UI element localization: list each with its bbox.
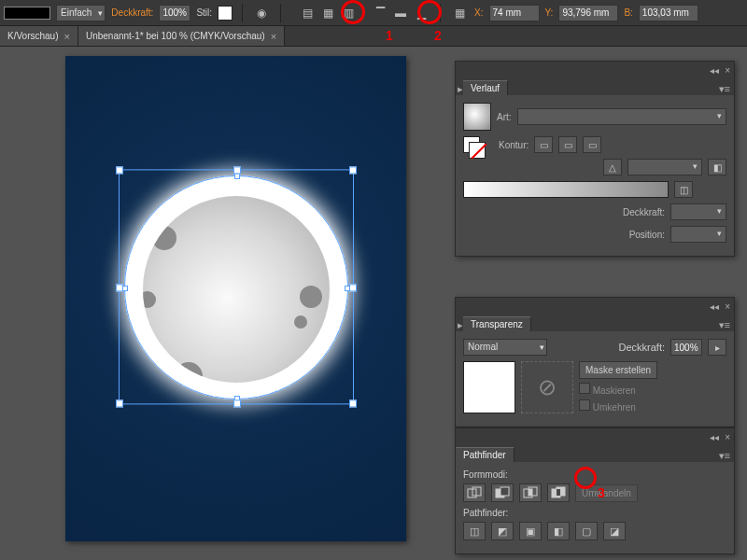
selection-handle[interactable]: [116, 284, 123, 291]
pathfinder-ops-label: Pathfinder:: [463, 508, 726, 518]
blend-mode-dropdown[interactable]: Normal: [463, 339, 547, 356]
panel-menu-icon[interactable]: ▾≡: [715, 83, 734, 95]
panel-close-icon[interactable]: ×: [725, 432, 730, 442]
transform-icon[interactable]: ▦: [450, 4, 469, 22]
pathfinder-merge-icon[interactable]: ▣: [519, 522, 542, 540]
artboard[interactable]: [65, 56, 406, 541]
selection-handle[interactable]: [349, 166, 357, 174]
opacity-input[interactable]: [159, 5, 190, 21]
selection-handle[interactable]: [116, 166, 123, 174]
pathfinder-crop-icon[interactable]: ◧: [547, 522, 570, 540]
stroke-option-2[interactable]: ▭: [558, 136, 577, 153]
mask-thumbnail-empty[interactable]: ⊘: [521, 361, 573, 413]
aspect-icon[interactable]: ◧: [708, 159, 726, 175]
angle-icon[interactable]: △: [603, 159, 622, 175]
selection-handle[interactable]: [349, 399, 357, 407]
document-tabs: K/Vorschau) × Unbenannt-1* bei 100 % (CM…: [0, 26, 747, 47]
clip-checkbox[interactable]: [579, 383, 590, 394]
pathfinder-minusfront-icon[interactable]: [491, 483, 514, 502]
panel-collapse-icon[interactable]: ◂◂: [710, 301, 719, 312]
style-label: Stil:: [196, 7, 212, 18]
tab-2[interactable]: Unbenannt-1* bei 100 % (CMYK/Vorschau) ×: [78, 26, 285, 46]
align-top-icon[interactable]: ▔: [371, 4, 389, 22]
panel-controls: ◂◂ ×: [456, 62, 734, 78]
stroke-preview[interactable]: [4, 7, 50, 20]
w-label: B:: [624, 7, 632, 18]
gradient-type-dropdown[interactable]: [517, 108, 726, 125]
align-left-icon[interactable]: ▤: [298, 4, 317, 22]
tab-2-close-icon[interactable]: ×: [271, 31, 276, 42]
align-right-icon[interactable]: ▥: [339, 4, 358, 22]
selection-handle[interactable]: [116, 399, 123, 407]
panel-menu-icon[interactable]: ▾≡: [715, 450, 734, 462]
pathfinder-unite-icon[interactable]: [463, 483, 486, 502]
selection-handle[interactable]: [233, 166, 241, 174]
style-swatch[interactable]: [218, 6, 233, 21]
pathfinder-outline-icon[interactable]: ▢: [575, 522, 598, 540]
tab-1[interactable]: K/Vorschau) ×: [0, 26, 78, 46]
stop-opacity-dropdown[interactable]: [670, 203, 726, 220]
pathfinder-exclude-icon[interactable]: [547, 483, 570, 502]
opacity-flyout-icon[interactable]: ▸: [708, 339, 726, 356]
transparency-tab[interactable]: Transparenz: [463, 316, 531, 331]
tab-1-label: K/Vorschau): [7, 31, 58, 41]
object-thumbnail[interactable]: [463, 361, 515, 413]
transparency-panel: ◂◂× ▸ Transparenz ▾≡ Normal Deckkraft: ▸…: [455, 297, 735, 427]
gradient-reverse-icon[interactable]: ◫: [674, 181, 693, 198]
pathfinder-divide-icon[interactable]: ◫: [463, 522, 486, 540]
opacity-label: Deckkraft:: [618, 342, 665, 353]
canvas-workspace[interactable]: [0, 47, 439, 560]
invert-checkbox-row: Umkehren: [579, 399, 657, 413]
stroke-option-3[interactable]: ▭: [583, 136, 601, 153]
align-vcenter-icon[interactable]: ▬: [391, 4, 410, 22]
pathfinder-tab[interactable]: Pathfinder: [456, 447, 514, 462]
pathfinder-minusback-icon[interactable]: ◪: [603, 522, 626, 540]
pathfinder-trim-icon[interactable]: ◩: [491, 522, 514, 540]
gradient-preview[interactable]: [463, 103, 491, 131]
x-input[interactable]: [489, 5, 540, 21]
shapemodes-label: Formmodi:: [463, 469, 726, 480]
pathfinder-panel: ◂◂× Pathfinder ▾≡ Formmodi: Umwandeln Pa…: [455, 427, 735, 554]
panel-close-icon[interactable]: ×: [725, 301, 730, 312]
stop-position-dropdown[interactable]: [670, 226, 726, 243]
selection-bounding-box: [119, 169, 354, 404]
svg-rect-3: [500, 487, 509, 496]
selection-handle[interactable]: [349, 284, 357, 291]
gradient-slider[interactable]: [463, 181, 669, 198]
stop-opacity-label: Deckkraft:: [613, 207, 665, 217]
invert-checkbox[interactable]: [579, 399, 590, 411]
tab-2-label: Unbenannt-1* bei 100 % (CMYK/Vorschau): [86, 31, 265, 41]
align-bottom-icon[interactable]: ▁: [412, 4, 430, 22]
y-label: Y:: [545, 7, 554, 18]
panel-close-icon[interactable]: ×: [725, 65, 730, 76]
x-label: X:: [474, 7, 483, 18]
gradient-panel: ◂◂ × ▸ Verlauf ▾≡ Art: Kontur: ▭ ▭ ▭ △ ◧: [455, 61, 735, 257]
control-bar: Einfach Deckkraft: Stil: ◉ ▤ ▦ ▥ ▔ ▬ ▁ ▦…: [0, 0, 747, 26]
stroke-label: Kontur:: [499, 140, 529, 150]
align-hcenter-icon[interactable]: ▦: [318, 4, 337, 22]
pathfinder-intersect-icon[interactable]: [519, 483, 542, 502]
transparency-opacity-input[interactable]: [670, 339, 702, 356]
align-group: ▤ ▦ ▥: [298, 4, 358, 22]
recolor-artwork-icon[interactable]: ◉: [252, 4, 271, 22]
w-input[interactable]: [639, 5, 698, 21]
gradient-tab[interactable]: Verlauf: [463, 80, 508, 95]
panel-collapse-icon[interactable]: ◂◂: [710, 65, 719, 76]
stroke-swatch-none[interactable]: [469, 142, 486, 159]
panel-menu-icon[interactable]: ▾≡: [715, 319, 734, 331]
tab-1-close-icon[interactable]: ×: [63, 31, 69, 42]
clip-checkbox-row: Maskieren: [579, 383, 657, 396]
type-label: Art:: [497, 112, 512, 122]
annotation-num-3: 3: [598, 485, 605, 500]
expand-button[interactable]: Umwandeln: [575, 484, 638, 502]
stroke-option-1[interactable]: ▭: [534, 136, 553, 153]
panel-collapse-icon[interactable]: ◂◂: [710, 432, 719, 442]
selection-handle[interactable]: [233, 399, 241, 407]
stroke-profile-dropdown[interactable]: Einfach: [56, 5, 106, 21]
annotation-num-2: 2: [434, 28, 442, 43]
make-mask-button[interactable]: Maske erstellen: [579, 361, 657, 379]
y-input[interactable]: [558, 5, 618, 21]
stop-position-label: Position:: [613, 230, 665, 240]
angle-dropdown[interactable]: [627, 159, 702, 175]
svg-rect-6: [529, 489, 532, 496]
